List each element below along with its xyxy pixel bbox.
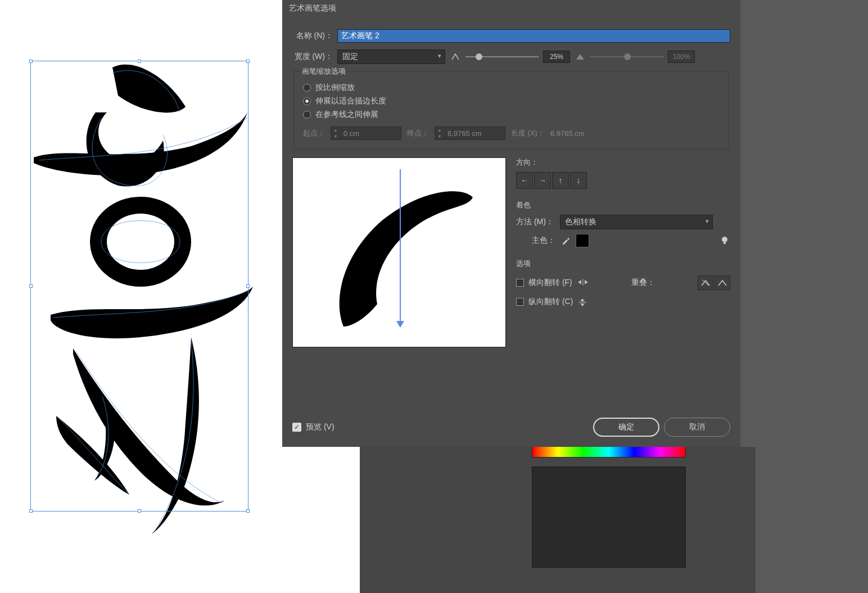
panel-placeholder: [532, 467, 686, 568]
ok-button[interactable]: 确定: [593, 418, 659, 437]
preview-label: 预览 (V): [306, 422, 334, 432]
flip-vertical-checkbox[interactable]: [516, 298, 524, 306]
length-label: 长度 (X)：: [511, 128, 545, 138]
scale-between-guides-radio[interactable]: 在参考线之间伸展: [303, 110, 720, 120]
art-brush-options-dialog: 艺术画笔选项 名称 (N)： 宽度 (W)： 固定 25% 100%: [282, 0, 740, 447]
direction-down-button[interactable]: ↓: [570, 172, 587, 189]
flip-horizontal-label: 横向翻转 (F): [528, 278, 572, 288]
width-mode-select[interactable]: 固定: [337, 49, 445, 64]
svg-point-1: [107, 214, 174, 270]
brush-preview: [292, 157, 506, 347]
keycolor-swatch[interactable]: [576, 234, 589, 247]
pressure-min-icon: [450, 51, 461, 62]
direction-arrow-icon: [400, 169, 401, 327]
brush-scale-options-group: 画笔缩放选项 按比例缩放 伸展以适合描边长度 在参考线之间伸展 起点： ▲▼ 终…: [293, 71, 729, 150]
length-value: 6.9765 cm: [550, 129, 585, 138]
name-label: 名称 (N)：: [292, 31, 333, 41]
pressure-max-icon: [575, 51, 586, 62]
overlap-label: 重叠：: [631, 278, 655, 288]
width-pct-1[interactable]: 25%: [543, 51, 570, 63]
scale-stretch-radio[interactable]: 伸展以适合描边长度: [303, 96, 720, 106]
overlap-none-button[interactable]: [698, 275, 713, 290]
overlap-adjust-button[interactable]: [715, 275, 730, 290]
options-heading: 选项: [516, 259, 730, 269]
dialog-title: 艺术画笔选项: [282, 0, 740, 17]
scale-group-title: 画笔缩放选项: [300, 66, 348, 76]
cancel-button[interactable]: 取消: [664, 418, 730, 437]
svg-point-2: [722, 237, 727, 242]
direction-right-button[interactable]: →: [534, 172, 551, 189]
flip-horizontal-checkbox[interactable]: [516, 279, 524, 287]
start-label: 起点：: [303, 128, 325, 138]
preview-checkbox[interactable]: ✓: [292, 423, 301, 432]
scale-proportional-radio[interactable]: 按比例缩放: [303, 83, 720, 93]
end-label: 终点：: [407, 128, 429, 138]
direction-up-button[interactable]: ↑: [552, 172, 569, 189]
name-input[interactable]: [337, 29, 730, 43]
colorize-method-select[interactable]: 色相转换: [560, 215, 713, 229]
eyedropper-icon[interactable]: [560, 235, 571, 246]
end-input: ▲▼: [435, 126, 505, 140]
width-pct-2: 100%: [668, 51, 695, 63]
keycolor-label: 主色：: [516, 236, 555, 246]
direction-left-button[interactable]: ←: [516, 172, 533, 189]
tips-bulb-icon[interactable]: [720, 236, 730, 246]
flip-horizontal-icon: [577, 278, 589, 287]
width-slider-2: [590, 56, 663, 57]
method-label: 方法 (M)：: [516, 217, 555, 227]
flip-vertical-icon: [577, 297, 590, 306]
flip-vertical-label: 纵向翻转 (C): [528, 297, 573, 307]
direction-heading: 方向：: [516, 157, 730, 168]
width-label: 宽度 (W)：: [292, 52, 333, 62]
colorize-heading: 着色: [516, 200, 730, 210]
svg-rect-3: [724, 242, 726, 244]
width-slider-1[interactable]: [465, 56, 539, 57]
start-input: ▲▼: [331, 126, 401, 140]
